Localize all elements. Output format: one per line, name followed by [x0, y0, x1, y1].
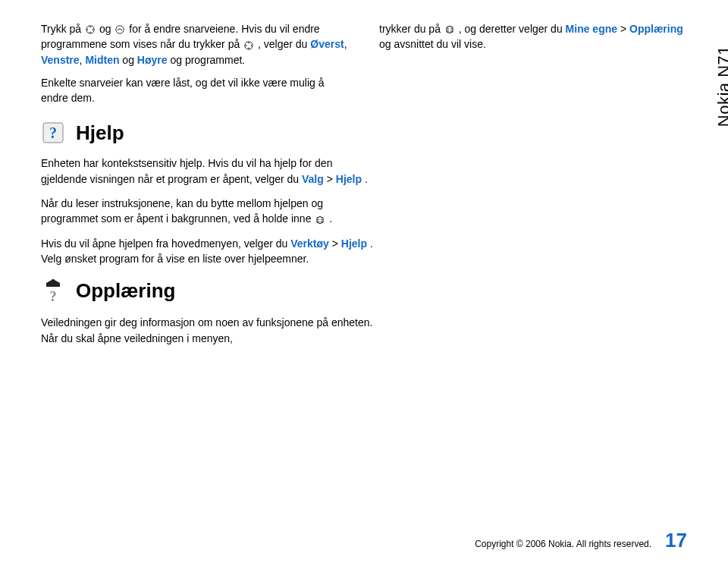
text: Enheten har kontekstsensitiv hjelp. Hvis…	[41, 157, 332, 184]
tutorial-section-header: ? Opplæring	[41, 277, 687, 304]
svg-marker-9	[246, 44, 247, 46]
page-number: 17	[665, 529, 687, 552]
link-right: Høyre	[137, 54, 168, 66]
selection-key-icon	[115, 24, 125, 35]
dpad-icon	[85, 24, 96, 35]
svg-marker-2	[89, 32, 92, 33]
text: , og deretter velger du	[459, 23, 566, 35]
help-section-header: ? Hjelp	[41, 121, 687, 145]
text: .	[365, 173, 368, 185]
svg-text:?: ?	[50, 289, 57, 304]
text: >	[620, 23, 629, 35]
text: Når du leser instruksjonene, kan du bytt…	[41, 197, 323, 225]
tutorial-title: Opplæring	[76, 279, 175, 303]
menu-key-icon	[315, 215, 325, 225]
text: og avsnittet du vil vise.	[379, 38, 486, 50]
svg-point-11	[447, 28, 449, 30]
text: .	[329, 212, 332, 225]
text: og	[99, 23, 114, 35]
help-icon: ?	[41, 121, 65, 145]
link-left: Venstre	[41, 54, 80, 66]
svg-point-12	[450, 28, 452, 30]
text: trykker du på	[379, 23, 444, 35]
svg-point-13	[447, 30, 449, 32]
dpad-icon	[243, 40, 254, 51]
text: >	[332, 237, 341, 250]
help-paragraph-2: Når du leser instruksjonene, kan du bytt…	[41, 196, 375, 227]
link-top: Øverst	[310, 38, 344, 50]
link-help: Hjelp	[341, 237, 367, 250]
menu-key-icon	[444, 24, 455, 35]
text: , velger du	[258, 38, 310, 50]
page-footer: Copyright © 2006 Nokia. All rights reser…	[475, 529, 687, 552]
svg-point-18	[322, 218, 323, 220]
link-options: Valg	[302, 173, 324, 185]
svg-marker-8	[248, 48, 250, 49]
tutorial-icon: ?	[41, 277, 65, 304]
svg-point-19	[318, 221, 320, 222]
svg-marker-10	[251, 44, 253, 46]
paragraph-locked-shortcuts: Enkelte snarveier kan være låst, og det …	[41, 75, 349, 106]
side-device-label: Nokia N71	[714, 46, 728, 127]
paragraph-shortcuts: Trykk på og for å endre snarveiene. Hvis…	[41, 21, 349, 68]
svg-marker-7	[248, 42, 250, 43]
svg-marker-1	[89, 27, 92, 28]
text: og programmet.	[170, 54, 245, 66]
svg-marker-3	[87, 29, 89, 31]
svg-text:?: ?	[49, 124, 57, 141]
svg-point-17	[318, 218, 320, 220]
help-paragraph-1: Enheten har kontekstsensitiv hjelp. Hvis…	[41, 156, 375, 187]
svg-rect-22	[46, 284, 60, 287]
link-middle: Midten	[85, 54, 119, 66]
text: Trykk på	[41, 23, 84, 35]
tutorial-paragraph-1: Veiledningen gir deg informasjon om noen…	[41, 315, 375, 346]
link-tools: Verktøy	[290, 237, 329, 250]
paragraph-open-tutorial: trykker du på , og deretter velger du Mi…	[379, 21, 687, 52]
intro-left-column: Trykk på og for å endre snarveiene. Hvis…	[41, 21, 349, 105]
intro-right-column: trykker du på , og deretter velger du Mi…	[379, 21, 687, 105]
help-title: Hjelp	[76, 121, 124, 145]
link-tutorial: Opplæring	[629, 23, 683, 35]
text: >	[327, 173, 336, 185]
help-paragraph-3: Hvis du vil åpne hjelpen fra hovedmenyen…	[41, 236, 375, 267]
link-my-own: Mine egne	[566, 23, 617, 35]
svg-rect-21	[52, 279, 55, 282]
svg-point-20	[322, 221, 323, 222]
svg-point-5	[116, 26, 124, 33]
link-help: Hjelp	[336, 173, 362, 185]
text: Hvis du vil åpne hjelpen fra hovedmenyen…	[41, 237, 290, 250]
svg-point-14	[450, 30, 452, 32]
svg-marker-4	[93, 29, 94, 31]
copyright-text: Copyright © 2006 Nokia. All rights reser…	[475, 539, 651, 549]
